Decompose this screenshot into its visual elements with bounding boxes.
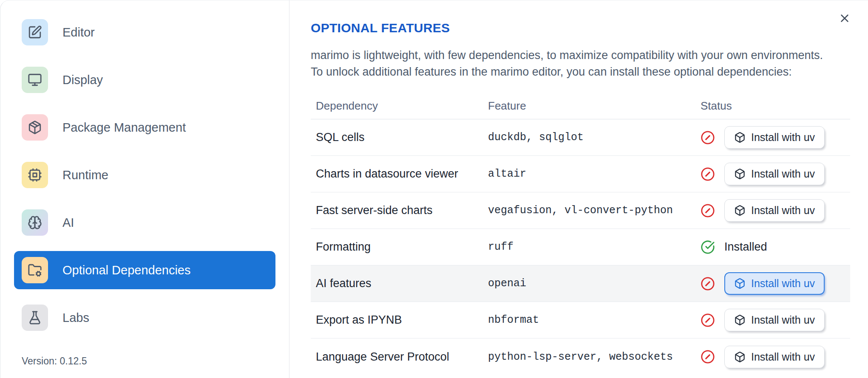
install-with-uv-button[interactable]: Install with uv bbox=[724, 309, 825, 331]
sidebar-item-optional-dependencies[interactable]: Optional Dependencies bbox=[14, 251, 275, 289]
settings-dialog: Editor Display Package Management Runtim… bbox=[0, 0, 868, 378]
sidebar-item-display[interactable]: Display bbox=[14, 61, 275, 99]
circle-x-icon bbox=[701, 167, 715, 181]
version-label: Version: 0.12.5 bbox=[22, 355, 275, 367]
monitor-icon bbox=[22, 67, 48, 93]
circle-x-icon bbox=[701, 130, 715, 145]
status-cell: Installed bbox=[701, 240, 850, 254]
dependency-name: AI features bbox=[316, 277, 488, 290]
column-header-status: Status bbox=[701, 99, 850, 113]
description-line: To unlock additional features in the mar… bbox=[311, 64, 850, 80]
feature-packages: vegafusion, vl-convert-python bbox=[488, 204, 701, 217]
dependency-name: Formatting bbox=[316, 240, 488, 254]
page-title: OPTIONAL FEATURES bbox=[311, 21, 850, 35]
sidebar-item-package-management[interactable]: Package Management bbox=[14, 108, 275, 147]
sidebar-item-labs[interactable]: Labs bbox=[14, 299, 275, 337]
box-icon bbox=[734, 168, 746, 180]
sidebar-item-label: Runtime bbox=[62, 168, 108, 182]
package-icon bbox=[22, 114, 48, 141]
box-icon bbox=[734, 132, 746, 143]
sidebar-item-label: Display bbox=[62, 73, 103, 87]
sidebar-item-runtime[interactable]: Runtime bbox=[14, 156, 275, 194]
box-icon bbox=[734, 205, 746, 216]
install-button-label: Install with uv bbox=[751, 131, 815, 144]
status-cell: Install with uv bbox=[701, 163, 850, 185]
status-cell: Install with uv bbox=[701, 346, 850, 368]
feature-packages: openai bbox=[488, 277, 701, 290]
settings-sidebar: Editor Display Package Management Runtim… bbox=[0, 0, 289, 378]
box-icon bbox=[734, 314, 746, 326]
install-button-label: Install with uv bbox=[751, 204, 815, 217]
install-button-label: Install with uv bbox=[751, 351, 815, 363]
sidebar-item-label: Labs bbox=[62, 311, 89, 325]
sidebar-item-label: AI bbox=[62, 216, 74, 230]
table-row: AI features openai Install with uv bbox=[311, 265, 850, 302]
folder-cog-icon bbox=[22, 257, 48, 283]
box-icon bbox=[734, 278, 746, 289]
sidebar-item-ai[interactable]: AI bbox=[14, 203, 275, 242]
description-line: marimo is lightweight, with few dependen… bbox=[311, 47, 850, 64]
circle-x-icon bbox=[701, 203, 715, 218]
circle-x-icon bbox=[701, 276, 715, 291]
flask-icon bbox=[22, 305, 48, 331]
table-row: Charts in datasource viewer altair Insta… bbox=[311, 156, 850, 192]
close-icon[interactable] bbox=[837, 11, 852, 26]
install-with-uv-button[interactable]: Install with uv bbox=[724, 272, 825, 295]
circle-check-icon bbox=[701, 240, 715, 254]
table-row: SQL cells duckdb, sqlglot Install with u… bbox=[311, 119, 850, 156]
sidebar-item-label: Optional Dependencies bbox=[62, 263, 190, 277]
sidebar-item-label: Editor bbox=[62, 25, 95, 39]
install-button-label: Install with uv bbox=[751, 168, 815, 180]
install-with-uv-button[interactable]: Install with uv bbox=[724, 199, 825, 222]
dependency-name: Language Server Protocol bbox=[316, 350, 488, 364]
install-button-label: Install with uv bbox=[751, 314, 815, 326]
circle-x-icon bbox=[701, 313, 715, 327]
dependency-name: SQL cells bbox=[316, 131, 488, 144]
table-row: Export as IPYNB nbformat Install with uv bbox=[311, 302, 850, 339]
column-header-feature: Feature bbox=[488, 99, 701, 113]
dependency-name: Fast server-side charts bbox=[316, 204, 488, 217]
brain-icon bbox=[22, 209, 48, 236]
status-cell: Install with uv bbox=[701, 309, 850, 331]
installed-status-label: Installed bbox=[724, 240, 767, 254]
install-button-label: Install with uv bbox=[751, 277, 815, 290]
feature-packages: altair bbox=[488, 168, 701, 180]
box-icon bbox=[734, 351, 746, 363]
optional-features-panel: OPTIONAL FEATURES marimo is lightweight,… bbox=[289, 0, 868, 378]
table-header-row: Dependency Feature Status bbox=[311, 93, 850, 119]
table-row: Fast server-side charts vegafusion, vl-c… bbox=[311, 192, 850, 229]
install-with-uv-button[interactable]: Install with uv bbox=[724, 346, 825, 368]
circle-x-icon bbox=[701, 350, 715, 364]
feature-packages: ruff bbox=[488, 241, 701, 253]
feature-packages: duckdb, sqlglot bbox=[488, 131, 701, 144]
install-with-uv-button[interactable]: Install with uv bbox=[724, 163, 825, 185]
status-cell: Install with uv bbox=[701, 126, 850, 149]
feature-packages: nbformat bbox=[488, 314, 701, 326]
feature-packages: python-lsp-server, websockets bbox=[488, 351, 701, 363]
table-row: Formatting ruff Installed bbox=[311, 229, 850, 265]
status-cell: Install with uv bbox=[701, 272, 850, 295]
dependencies-table: Dependency Feature Status SQL cells duck… bbox=[311, 93, 850, 375]
sidebar-item-editor[interactable]: Editor bbox=[14, 13, 275, 51]
dependency-name: Export as IPYNB bbox=[316, 313, 488, 327]
table-row: Language Server Protocol python-lsp-serv… bbox=[311, 339, 850, 375]
install-with-uv-button[interactable]: Install with uv bbox=[724, 126, 825, 149]
square-pen-icon bbox=[22, 19, 48, 45]
cpu-icon bbox=[22, 162, 48, 188]
status-cell: Install with uv bbox=[701, 199, 850, 222]
dependency-name: Charts in datasource viewer bbox=[316, 167, 488, 181]
description: marimo is lightweight, with few dependen… bbox=[311, 47, 850, 80]
column-header-dependency: Dependency bbox=[316, 99, 488, 113]
sidebar-item-label: Package Management bbox=[62, 121, 186, 135]
